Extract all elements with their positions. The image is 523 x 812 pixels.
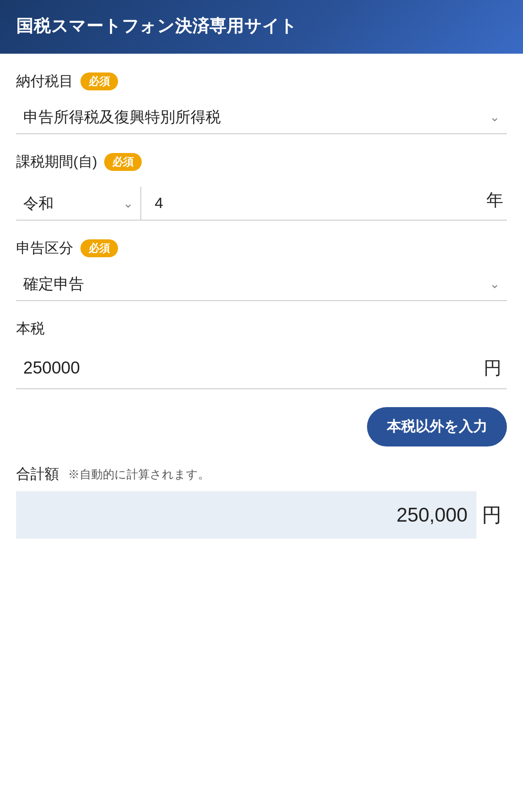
- total-label: 合計額: [16, 464, 59, 484]
- era-select-wrapper[interactable]: 令和 平成 ⌄: [16, 187, 141, 220]
- header: 国税スマートフォン決済専用サイト: [0, 0, 523, 54]
- base-tax-label-row: 本税: [16, 319, 507, 339]
- total-section: 合計額 ※自動的に計算されます。 250,000 円: [16, 464, 507, 539]
- declaration-group: 申告区分 必須 確定申告 修正申告 更正・決定 ⌄: [16, 238, 507, 301]
- base-tax-label: 本税: [16, 319, 45, 339]
- base-tax-unit: 円: [478, 348, 507, 388]
- year-unit-label: 年: [483, 181, 507, 220]
- base-tax-input-wrapper: 円: [16, 348, 507, 389]
- total-unit-label: 円: [477, 494, 507, 536]
- tax-type-select[interactable]: 申告所得税及復興特別所得税 消費税及地方消費税 法人税 相続税 贈与税: [16, 100, 507, 133]
- tax-type-group: 納付税目 必須 申告所得税及復興特別所得税 消費税及地方消費税 法人税 相続税 …: [16, 72, 507, 134]
- base-tax-group: 本税 円: [16, 319, 507, 389]
- year-input-wrapper: [141, 186, 483, 220]
- tax-type-select-wrapper[interactable]: 申告所得税及復興特別所得税 消費税及地方消費税 法人税 相続税 贈与税 ⌄: [16, 100, 507, 134]
- total-value-display: 250,000: [16, 491, 477, 539]
- declaration-label-row: 申告区分 必須: [16, 238, 507, 258]
- total-label-row: 合計額 ※自動的に計算されます。: [16, 464, 507, 484]
- era-select[interactable]: 令和 平成: [16, 187, 140, 220]
- tax-type-label-row: 納付税目 必須: [16, 72, 507, 91]
- tax-type-label: 納付税目: [16, 72, 73, 91]
- page-title: 国税スマートフォン決済専用サイト: [16, 15, 297, 38]
- main-content: 納付税目 必須 申告所得税及復興特別所得税 消費税及地方消費税 法人税 相続税 …: [0, 54, 523, 557]
- declaration-select-wrapper[interactable]: 確定申告 修正申告 更正・決定 ⌄: [16, 267, 507, 301]
- year-input[interactable]: [141, 186, 483, 220]
- declaration-select[interactable]: 確定申告 修正申告 更正・決定: [16, 267, 507, 300]
- tax-period-inline-row: 令和 平成 ⌄ 年: [16, 181, 507, 221]
- total-value-row: 250,000 円: [16, 491, 507, 539]
- tax-period-group: 課税期間(自) 必須 令和 平成 ⌄ 年: [16, 152, 507, 221]
- total-note: ※自動的に計算されます。: [68, 467, 210, 482]
- declaration-required-badge: 必須: [80, 239, 118, 257]
- tax-period-label: 課税期間(自): [16, 152, 97, 172]
- declaration-label: 申告区分: [16, 238, 73, 258]
- other-tax-button[interactable]: 本税以外を入力: [367, 407, 507, 446]
- tax-type-required-badge: 必須: [80, 72, 118, 90]
- tax-period-required-badge: 必須: [104, 153, 142, 171]
- button-row: 本税以外を入力: [16, 407, 507, 446]
- tax-period-label-row: 課税期間(自) 必須: [16, 152, 507, 172]
- base-tax-input[interactable]: [16, 350, 478, 386]
